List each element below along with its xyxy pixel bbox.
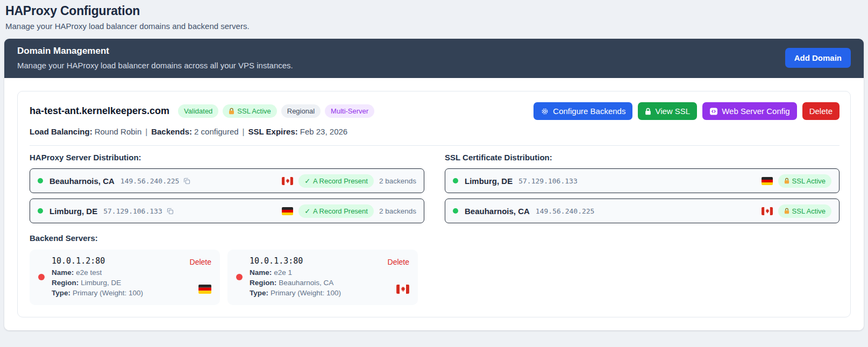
lock-icon xyxy=(784,208,789,214)
backend-status-dot xyxy=(236,274,243,280)
server-ip: 149.56.240.225 xyxy=(120,177,180,185)
a-record-label: A Record Present xyxy=(313,177,368,185)
backend-type-line: Type:Primary (Weight: 100) xyxy=(52,288,183,299)
server-ip: 57.129.106.133 xyxy=(103,207,162,215)
separator: | xyxy=(145,127,147,136)
backend-type-line: Type:Primary (Weight: 100) xyxy=(250,288,381,299)
divider xyxy=(30,145,839,146)
backend-name-value: e2e 1 xyxy=(274,268,292,277)
backend-name-label: Name: xyxy=(250,268,272,277)
lock-icon xyxy=(229,108,234,115)
backend-type-label: Type: xyxy=(250,289,268,297)
copy-icon[interactable] xyxy=(167,208,174,215)
backend-address: 10.0.1.2:80 xyxy=(52,256,183,266)
domain-header-row: ha-test-ant.kernelkeepers.com Validated … xyxy=(30,102,839,120)
online-status-dot xyxy=(38,208,43,214)
online-status-dot xyxy=(453,178,458,183)
germany-flag-icon xyxy=(762,177,773,185)
ssl-expires-label: SSL Expires: xyxy=(248,127,298,136)
backend-name-line: Name:e2e test xyxy=(52,268,183,278)
backend-name-value: e2e test xyxy=(76,268,102,277)
ssl-distribution-row: Beauharnois, CA 149.56.240.225 xyxy=(445,199,839,223)
backend-type-label: Type: xyxy=(52,289,70,297)
view-ssl-button[interactable]: View SSL xyxy=(638,102,697,120)
panel-title: Domain Management xyxy=(17,46,293,56)
a-record-label: A Record Present xyxy=(313,207,368,215)
canada-flag-icon xyxy=(762,207,773,215)
web-server-config-label: Web Server Config xyxy=(722,107,789,116)
ssl-active-label: SSL Active xyxy=(792,177,826,185)
gear-icon xyxy=(540,107,549,116)
backend-region-label: Region: xyxy=(52,279,79,287)
delete-domain-button[interactable]: Delete xyxy=(802,102,839,120)
domain-card: ha-test-ant.kernelkeepers.com Validated … xyxy=(17,91,851,317)
check-icon: ✓ xyxy=(304,177,310,185)
backend-region-value: Beauharnois, CA xyxy=(279,279,333,287)
load-balancing-value: Round Robin xyxy=(95,127,142,136)
server-ip: 149.56.240.225 xyxy=(536,207,595,215)
lock-icon xyxy=(645,108,651,115)
online-status-dot xyxy=(38,178,43,183)
backends-value: 2 configured xyxy=(194,127,239,136)
germany-flag-icon xyxy=(282,207,293,215)
server-distribution-row: Beauharnois, CA 149.56.240.225 xyxy=(30,168,424,193)
a-record-badge: ✓ A Record Present xyxy=(298,174,374,188)
ssl-distribution-column: SSL Certificate Distribution: Limburg, D… xyxy=(445,153,839,229)
page-subtitle: Manage your HAProxy load balancer domain… xyxy=(5,22,862,31)
load-balancing-label: Load Balancing: xyxy=(30,127,93,136)
lock-icon xyxy=(784,178,789,184)
delete-backend-button[interactable]: Delete xyxy=(190,258,211,266)
backend-card-content: 10.0.1.3:80 Name:e2e 1 Region:Beauharnoi… xyxy=(250,256,381,299)
backends-count: 2 backends xyxy=(379,207,416,215)
configure-backends-label: Configure Backends xyxy=(553,107,625,116)
backend-server-card: 10.0.1.2:80 Name:e2e test Region:Limburg… xyxy=(30,250,220,305)
ssl-active-badge: SSL Active xyxy=(778,174,831,188)
domain-info-line: Load Balancing:Round Robin|Backends:2 co… xyxy=(30,127,839,136)
backends-count: 2 backends xyxy=(379,177,416,185)
check-icon: ✓ xyxy=(304,207,310,215)
panel-body: ha-test-ant.kernelkeepers.com Validated … xyxy=(4,78,864,330)
backend-card-content: 10.0.1.2:80 Name:e2e test Region:Limburg… xyxy=(52,256,183,299)
server-distribution-column: HAProxy Server Distribution: Beauharnois… xyxy=(30,153,424,229)
backend-region-value: Limburg, DE xyxy=(81,279,121,287)
separator: | xyxy=(243,127,245,136)
backend-name-line: Name:e2e 1 xyxy=(250,268,381,278)
page-title: HAProxy Configuration xyxy=(5,4,862,18)
ssl-active-badge: SSL Active xyxy=(223,104,276,118)
multi-server-badge: Multi-Server xyxy=(325,104,374,118)
backends-label: Backends: xyxy=(151,127,192,136)
ssl-active-badge-label: SSL Active xyxy=(237,107,271,115)
domain-name: ha-test-ant.kernelkeepers.com xyxy=(30,105,169,117)
domain-actions: Configure Backends View SSL Web Server C… xyxy=(533,102,839,120)
backend-type-value: Primary (Weight: 100) xyxy=(73,289,143,297)
page-header: HAProxy Configuration Manage your HAProx… xyxy=(0,0,868,31)
ssl-distribution-row: Limburg, DE 57.129.106.133 xyxy=(445,168,839,193)
web-server-config-button[interactable]: Web Server Config xyxy=(702,102,796,120)
add-domain-button[interactable]: Add Domain xyxy=(785,48,851,68)
backend-region-line: Region:Beauharnois, CA xyxy=(250,278,381,288)
delete-backend-button[interactable]: Delete xyxy=(388,258,409,266)
distribution-columns: HAProxy Server Distribution: Beauharnois… xyxy=(30,153,839,229)
ssl-active-badge: SSL Active xyxy=(778,204,831,218)
backend-region-line: Region:Limburg, DE xyxy=(52,278,183,288)
server-ip: 57.129.106.133 xyxy=(518,177,578,185)
ssl-active-label: SSL Active xyxy=(792,207,826,215)
ssl-expires-value: Feb 23, 2026 xyxy=(300,127,347,136)
domain-badges: Validated SSL Active Regional Multi-Serv… xyxy=(178,104,374,118)
server-location: Limburg, DE xyxy=(49,207,97,216)
configure-backends-button[interactable]: Configure Backends xyxy=(533,102,632,120)
backend-card-right: Delete xyxy=(388,256,410,299)
backend-name-label: Name: xyxy=(52,268,74,277)
view-ssl-label: View SSL xyxy=(655,107,690,116)
copy-icon[interactable] xyxy=(183,178,190,185)
server-location: Beauharnois, CA xyxy=(49,176,115,186)
validated-badge: Validated xyxy=(178,104,218,118)
backend-card-right: Delete xyxy=(190,256,212,299)
server-location: Beauharnois, CA xyxy=(465,207,530,216)
backend-region-label: Region: xyxy=(250,279,276,287)
domain-title-group: ha-test-ant.kernelkeepers.com Validated … xyxy=(30,104,374,118)
online-status-dot xyxy=(453,208,458,214)
code-icon xyxy=(709,107,718,116)
germany-flag-icon xyxy=(198,285,211,294)
server-distribution-row: Limburg, DE 57.129.106.133 ✓ xyxy=(30,199,424,223)
